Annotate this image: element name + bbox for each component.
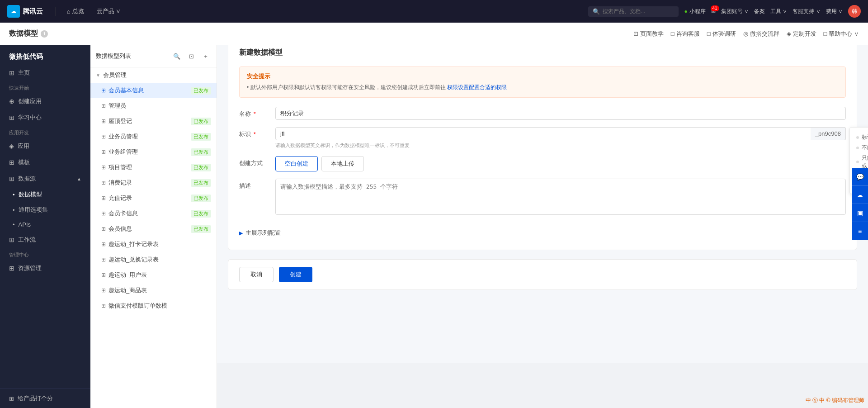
customer-service-btn[interactable]: 客服支持 ∨ — [793, 8, 820, 15]
menu-icon: ≡ — [858, 228, 862, 235]
identifier-required: * — [254, 131, 256, 138]
security-tip: 安全提示 • 默认外部用户权限和默认访客权限可能存在安全风险，建议您创建成功后立… — [239, 66, 846, 98]
sidebar-item-data-model[interactable]: • 数据模型 — [0, 187, 90, 202]
sub-header-actions: ⊡ 页面教学 □ 咨询客服 □ 体验调研 ◎ 微搭交流群 ◈ 定制开发 □ 帮助… — [633, 30, 859, 38]
sidebar-item-resources[interactable]: ⊞ 资源管理 — [0, 260, 90, 276]
description-row: 描述 — [239, 179, 846, 216]
name-row: 名称 * — [239, 107, 846, 120]
sidebar-item-options[interactable]: • 通用选项集 — [0, 202, 90, 218]
search-models-btn[interactable]: 🔍 — [171, 51, 182, 62]
nav-overview[interactable]: ⌂ 总览 — [63, 5, 88, 17]
tools-btn[interactable]: 工具 ∨ — [770, 8, 787, 15]
model-item-11[interactable]: ⊞ 趣运动_兑换记录表 — [90, 252, 217, 267]
method-empty-btn[interactable]: 空白创建 — [275, 156, 318, 171]
name-input[interactable] — [275, 107, 846, 120]
model-item-8[interactable]: ⊞ 会员卡信息 已发布 — [90, 206, 217, 221]
model-item-12[interactable]: ⊞ 趣运动_用户表 — [90, 267, 217, 283]
help-center-btn[interactable]: □ 帮助中心 ∨ — [824, 30, 859, 38]
published-badge-9: 已发布 — [191, 225, 211, 233]
db-icon-12: ⊞ — [101, 272, 106, 278]
float-menu-btn[interactable]: ≡ — [852, 222, 868, 240]
advanced-arrow-icon: ▶ — [239, 230, 243, 236]
sidebar-item-template[interactable]: ⊞ 模板 — [0, 154, 90, 171]
sidebar-feedback[interactable]: ⊞ 给产品打个分 — [0, 389, 90, 408]
advanced-section[interactable]: ▶ 主展示列配置 — [239, 223, 846, 239]
model-item-7[interactable]: ⊞ 充值记录 已发布 — [90, 190, 217, 206]
experience-btn[interactable]: □ 体验调研 — [707, 30, 736, 38]
home-sidebar-icon: ⊞ — [9, 69, 14, 76]
cancel-button[interactable]: 取消 — [239, 267, 274, 282]
model-group-member[interactable]: ▼ 会员管理 — [90, 67, 217, 83]
model-name-5: 项目管理 — [108, 163, 188, 171]
dot-icon-2: • — [13, 207, 15, 213]
notification-btn[interactable]: ✉ 41 — [711, 8, 716, 14]
info-icon[interactable]: ℹ — [41, 30, 48, 38]
sidebar-item-home[interactable]: ⊞ 主页 — [0, 65, 90, 81]
user-avatar[interactable]: 韩 — [848, 5, 861, 18]
refresh-models-btn[interactable]: ⊡ — [186, 51, 197, 62]
app-name: 微搭低代码 — [0, 45, 90, 65]
community-btn[interactable]: ◎ 微搭交流群 — [743, 30, 779, 38]
model-item-9[interactable]: ⊞ 会员信息 已发布 — [90, 221, 217, 237]
custom-icon: ◈ — [787, 30, 791, 37]
model-name-6: 消费记录 — [108, 179, 188, 187]
sidebar-item-app[interactable]: ◈ 应用 — [0, 138, 90, 154]
sidebar-item-learning[interactable]: ⊞ 学习中心 — [0, 109, 90, 126]
model-item-14[interactable]: ⊞ 微信支付模版订单数模 — [90, 298, 217, 313]
model-item-3[interactable]: ⊞ 业务员管理 已发布 — [90, 129, 217, 144]
section-label-quickstart: 快速开始 — [0, 81, 90, 93]
model-name-12: 趣运动_用户表 — [108, 271, 211, 279]
model-name-0: 会员基本信息 — [108, 86, 188, 95]
db-icon-9: ⊞ — [101, 226, 106, 232]
model-item-13[interactable]: ⊞ 趣运动_商品表 — [90, 283, 217, 298]
add-model-btn[interactable]: + — [200, 51, 211, 62]
sidebar-item-create-app[interactable]: ⊕ 创建应用 — [0, 93, 90, 109]
db-icon-0: ⊞ — [101, 87, 106, 94]
description-textarea[interactable] — [275, 179, 846, 215]
top-navigation: ☁ 腾讯云 ⌂ 总览 云产品 ∨ 🔍 ● 小程序 ✉ 41 集团账号 ∨ 备案 … — [0, 0, 868, 23]
model-item-4[interactable]: ⊞ 业务组管理 已发布 — [90, 144, 217, 160]
model-item-10[interactable]: ⊞ 趣运动_打卡记录表 — [90, 237, 217, 252]
create-method-buttons: 空白创建 本地上传 — [275, 156, 364, 171]
identifier-input[interactable] — [275, 127, 846, 140]
sidebar-item-workflow[interactable]: ⊞ 工作流 — [0, 232, 90, 248]
collapse-icon: ▲ — [77, 176, 81, 181]
expense-btn[interactable]: 费用 ∨ — [826, 8, 843, 15]
search-input[interactable] — [603, 8, 670, 14]
identifier-row: 标识 * _pn9c908 请输入数据模型英文标识，作为数据模型唯一标识，不可重… — [239, 127, 846, 149]
float-chat-btn[interactable]: 💬 — [852, 168, 868, 186]
name-input-wrapper — [275, 107, 846, 120]
nav-cloud-products[interactable]: 云产品 ∨ — [93, 5, 125, 17]
mini-program-btn[interactable]: ● 小程序 — [684, 8, 705, 15]
identifier-label: 标识 * — [239, 127, 275, 138]
bottom-watermark: 中 ⓢ 中 © 编码布管理师 — [806, 397, 864, 404]
db-icon-1: ⊞ — [101, 103, 106, 109]
model-item-5[interactable]: ⊞ 项目管理 已发布 — [90, 160, 217, 175]
help-icon: □ — [824, 30, 827, 37]
cloud-icon: ☁ — [857, 191, 863, 199]
model-item-1[interactable]: ⊞ 管理员 — [90, 98, 217, 114]
published-badge-5: 已发布 — [191, 164, 211, 171]
create-button[interactable]: 创建 — [279, 267, 312, 282]
consult-btn[interactable]: □ 咨询客服 — [671, 30, 700, 38]
db-icon-3: ⊞ — [101, 133, 106, 140]
model-item-2[interactable]: ⊞ 屋顶登记 已发布 — [90, 114, 217, 129]
backup-btn[interactable]: 备案 — [754, 8, 765, 15]
sidebar-item-datasource[interactable]: ⊞ 数据源 ▲ — [0, 171, 90, 187]
group-account-btn[interactable]: 集团账号 ∨ — [721, 8, 749, 15]
model-name-4: 业务组管理 — [108, 148, 188, 156]
float-qr-btn[interactable]: ▣ — [852, 204, 868, 222]
logo[interactable]: ☁ 腾讯云 — [7, 5, 43, 18]
vt-dot-2 — [856, 161, 859, 163]
page-tutorial-btn[interactable]: ⊡ 页面教学 — [633, 30, 664, 38]
model-name-9: 会员信息 — [108, 225, 188, 233]
method-upload-btn[interactable]: 本地上传 — [321, 156, 364, 171]
model-item-0[interactable]: ⊞ 会员基本信息 已发布 — [90, 83, 217, 98]
sidebar-item-apis[interactable]: • APIs — [0, 218, 90, 232]
custom-dev-btn[interactable]: ◈ 定制开发 — [787, 30, 816, 38]
db-icon-5: ⊞ — [101, 164, 106, 171]
model-item-6[interactable]: ⊞ 消费记录 已发布 — [90, 175, 217, 190]
permission-link[interactable]: 权限设置配置合适的权限 — [447, 84, 507, 90]
float-cloud-btn[interactable]: ☁ — [852, 186, 868, 204]
published-badge-0: 已发布 — [191, 87, 211, 95]
